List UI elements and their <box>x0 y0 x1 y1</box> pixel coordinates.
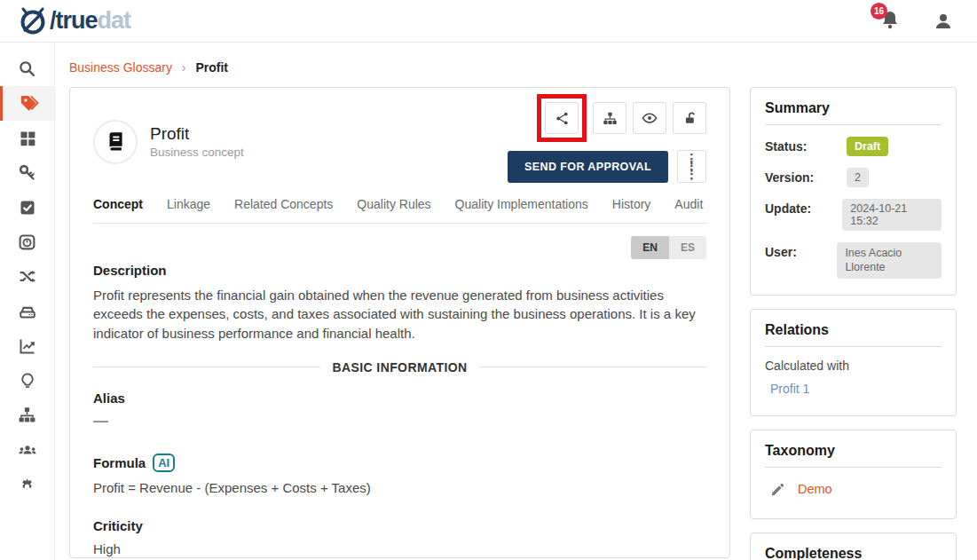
tab-concept[interactable]: Concept <box>93 197 143 211</box>
status-label: Status: <box>765 137 847 154</box>
language-toggle: EN ES <box>93 236 706 259</box>
version-label: Version: <box>765 168 847 185</box>
glossary-tag-icon <box>19 93 39 114</box>
brand-text: /truedat <box>50 7 130 35</box>
breadcrumb: Business Glossary › Profit <box>69 60 957 75</box>
truedat-logo[interactable]: /truedat <box>18 6 130 36</box>
completeness-card: Completeness 42.86% <box>750 532 957 560</box>
book-icon <box>104 130 127 154</box>
basic-information-label: BASIC INFORMATION <box>333 360 468 375</box>
rules-check-icon <box>19 199 36 217</box>
lineage-shuffle-icon <box>18 267 36 286</box>
edit-pencil-icon[interactable] <box>770 482 785 497</box>
send-for-approval-button[interactable]: SEND FOR APPROVAL <box>508 151 668 183</box>
lang-es-button[interactable]: ES <box>669 236 706 259</box>
left-nav-sidebar <box>0 43 55 560</box>
relations-card: Relations Calculated with Profit 1 <box>750 309 957 416</box>
sidebar-item-rules[interactable] <box>0 190 54 225</box>
more-actions-button[interactable]: ⋮⋮⋮ <box>677 150 706 183</box>
structures-grid-icon <box>19 130 36 147</box>
tab-audit[interactable]: Audit <box>674 197 703 211</box>
breadcrumb-business-glossary-link[interactable]: Business Glossary <box>69 60 172 75</box>
owl-logo-icon <box>18 6 48 36</box>
formula-heading: Formula <box>93 455 146 470</box>
sidebar-item-dashboards[interactable] <box>0 328 54 363</box>
sidebar-item-lineage[interactable] <box>0 259 54 294</box>
systems-drive-icon <box>18 302 37 321</box>
eye-icon <box>642 110 658 126</box>
notifications-count-badge: 16 <box>871 3 887 20</box>
ai-badge: AI <box>153 454 175 473</box>
relations-title: Relations <box>765 322 942 347</box>
user-menu-button[interactable] <box>933 11 954 32</box>
sidebar-item-insights[interactable] <box>0 363 54 398</box>
taxonomy-title: Taxonomy <box>765 443 942 468</box>
concept-tabs: Concept Linkage Related Concepts Quality… <box>93 197 706 224</box>
concept-subtitle: Business concept <box>150 146 244 159</box>
sidebar-item-systems[interactable] <box>0 294 54 328</box>
related-concept-link[interactable]: Profit 1 <box>770 382 942 396</box>
sidebar-item-users[interactable] <box>0 432 54 467</box>
completeness-title: Completeness <box>765 546 942 560</box>
taxonomy-sitemap-icon <box>18 406 36 424</box>
sidebar-item-permissions[interactable] <box>0 155 54 190</box>
version-badge: 2 <box>847 168 869 187</box>
hierarchy-button[interactable] <box>593 102 626 134</box>
sidebar-item-structures[interactable] <box>0 121 54 155</box>
concept-type-avatar <box>93 120 138 164</box>
status-badge: Draft <box>847 137 888 156</box>
breadcrumb-current: Profit <box>195 60 228 75</box>
users-group-icon <box>18 440 37 460</box>
tab-history[interactable]: History <box>612 197 651 211</box>
user-badge: Ines Acacio Llorente <box>837 242 942 279</box>
formula-value: Profit = Revenue - (Expenses + Costs + T… <box>93 480 706 495</box>
app-header: /truedat 16 <box>0 0 977 43</box>
sidebar-item-quality[interactable] <box>0 225 54 259</box>
tab-quality-implementations[interactable]: Quality Implementations <box>455 197 588 211</box>
relation-type-label: Calculated with <box>765 359 942 373</box>
description-text: Profit represents the financial gain obt… <box>93 286 706 343</box>
basic-information-divider: BASIC INFORMATION <box>93 360 706 375</box>
hierarchy-icon <box>603 111 618 126</box>
criticity-heading: Criticity <box>93 518 706 533</box>
criticity-value: High <box>93 541 706 556</box>
user-label: User: <box>765 242 837 259</box>
concept-card: Profit Business concept <box>69 87 730 558</box>
sidebar-item-taxonomy[interactable] <box>0 398 54 432</box>
annotation-highlight-box <box>537 94 587 142</box>
lock-button[interactable] <box>673 102 706 134</box>
share-icon <box>555 111 570 126</box>
kebab-icon: ⋮⋮⋮ <box>685 155 698 177</box>
lang-en-button[interactable]: EN <box>631 236 669 259</box>
sidebar-item-settings[interactable] <box>0 467 54 501</box>
quality-gauge-icon <box>18 233 36 251</box>
taxonomy-card: Taxonomy Demo <box>750 430 957 519</box>
view-button[interactable] <box>633 102 666 134</box>
summary-title: Summary <box>765 100 942 125</box>
share-button[interactable] <box>545 102 579 134</box>
tab-linkage[interactable]: Linkage <box>167 197 210 211</box>
tab-related-concepts[interactable]: Related Concepts <box>234 197 333 211</box>
breadcrumb-separator: › <box>182 60 186 75</box>
dashboards-chart-icon <box>19 337 36 355</box>
update-label: Update: <box>765 199 842 216</box>
update-badge: 2024-10-21 15:32 <box>842 199 942 231</box>
tab-quality-rules[interactable]: Quality Rules <box>357 197 430 211</box>
key-icon <box>18 163 36 182</box>
sidebar-item-glossary[interactable] <box>0 86 54 121</box>
insights-bulb-icon <box>19 372 36 390</box>
sidebar-item-search[interactable] <box>0 51 54 86</box>
taxonomy-domain-link[interactable]: Demo <box>798 482 832 496</box>
alias-heading: Alias <box>93 390 706 406</box>
unlock-icon <box>682 111 697 126</box>
summary-card: Summary Status: Draft Version: 2 Update:… <box>750 87 957 296</box>
search-icon <box>18 59 36 78</box>
notifications-bell-button[interactable]: 16 <box>879 8 902 35</box>
description-heading: Description <box>93 263 706 278</box>
page-title: Profit <box>150 124 244 144</box>
settings-gear-icon <box>18 475 36 493</box>
alias-value: — <box>93 413 706 430</box>
